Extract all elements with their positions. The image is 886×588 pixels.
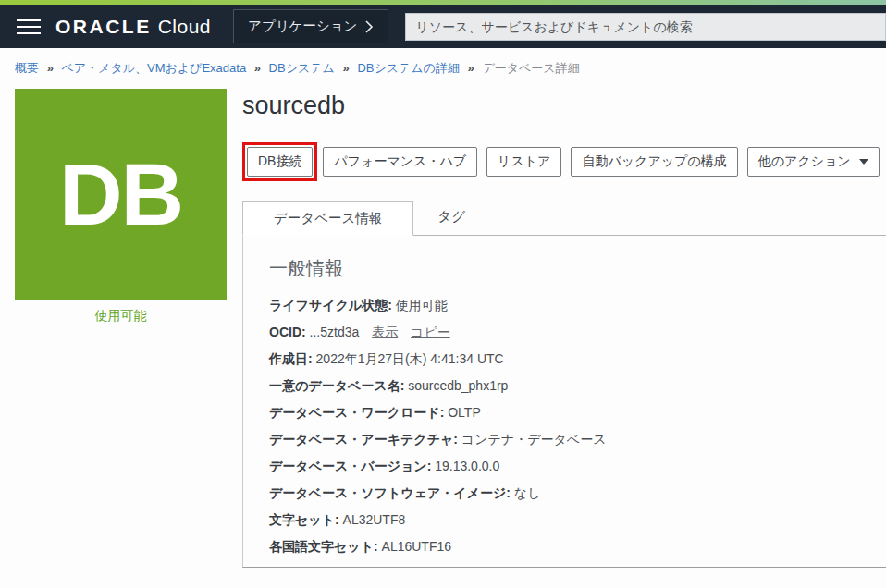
applications-button[interactable]: アプリケーション [233, 9, 388, 43]
breadcrumb-separator: » [343, 61, 350, 75]
hamburger-menu-icon[interactable] [17, 15, 41, 39]
info-label: データベース・ソフトウェア・イメージ: [269, 485, 511, 500]
breadcrumb-link-db-systems[interactable]: DBシステム [269, 61, 335, 75]
ocid-show-link[interactable]: 表示 [372, 325, 398, 339]
db-connection-button[interactable]: DB接続 [247, 147, 313, 177]
info-label: OCID: [269, 325, 306, 339]
info-value: コンテナ・データベース [461, 432, 607, 447]
configure-auto-backup-button[interactable]: 自動バックアップの構成 [571, 147, 737, 177]
info-label: 各国語文字セット: [269, 539, 378, 554]
tab-bar: データベース情報 タグ [242, 201, 886, 236]
more-actions-button[interactable]: 他のアクション [747, 147, 880, 177]
info-label: 文字セット: [269, 512, 339, 527]
info-value: OLTP [448, 405, 481, 420]
action-buttons-row: DB接続 パフォーマンス・ハブ リストア 自動バックアップの構成 他のアクション [242, 142, 886, 181]
info-label: データベース・バージョン: [269, 459, 431, 473]
info-value: ...5ztd3a [310, 325, 360, 339]
info-value: AL16UTF16 [382, 539, 451, 554]
logo-oracle-text: ORACLE [55, 16, 152, 38]
info-value: なし [514, 485, 541, 500]
info-label: データベース・ワークロード: [269, 405, 444, 420]
database-info-panel: 一般情報 ライフサイクル状態: 使用可能 OCID: ...5ztd3a 表示 … [242, 236, 886, 568]
main-content: DB 使用可能 sourcedb DB接続 パフォーマンス・ハブ リストア 自動… [0, 77, 886, 568]
tab-tags[interactable]: タグ [413, 200, 489, 235]
breadcrumb-current: データベース詳細 [482, 61, 579, 75]
status-badge: 使用可能 [15, 308, 227, 325]
info-row-unique-db-name: 一意のデータベース名: sourcedb_phx1rp [269, 378, 886, 395]
info-value: 使用可能 [396, 298, 448, 312]
breadcrumb-separator: » [254, 61, 261, 75]
info-value: AL32UTF8 [343, 512, 406, 527]
general-info-heading: 一般情報 [269, 256, 886, 281]
info-label: データベース・アーキテクチャ: [269, 432, 458, 447]
breadcrumb-link-bare-metal[interactable]: ベア・メタル、VMおよびExadata [61, 61, 246, 75]
detail-column: sourcedb DB接続 パフォーマンス・ハブ リストア 自動バックアップの構… [242, 89, 886, 568]
resource-summary-column: DB 使用可能 [15, 89, 227, 568]
info-row-lifecycle-state: ライフサイクル状態: 使用可能 [269, 298, 886, 314]
info-row-national-character-set: 各国語文字セット: AL16UTF16 [269, 539, 886, 556]
search-input[interactable] [405, 13, 886, 41]
info-row-workload: データベース・ワークロード: OLTP [269, 405, 886, 422]
breadcrumb-separator: » [468, 61, 474, 75]
info-value: 19.13.0.0.0 [435, 459, 499, 473]
tab-database-info[interactable]: データベース情報 [242, 201, 413, 236]
top-navbar: ORACLE Cloud アプリケーション [0, 5, 886, 48]
restore-button[interactable]: リストア [486, 147, 561, 177]
breadcrumb: 概要 » ベア・メタル、VMおよびExadata » DBシステム » DBシス… [0, 48, 886, 77]
page-title: sourcedb [242, 91, 886, 120]
ocid-copy-link[interactable]: コピー [411, 325, 450, 339]
db-resource-tile: DB [15, 89, 227, 300]
logo-cloud-text: Cloud [158, 16, 211, 38]
oracle-cloud-logo[interactable]: ORACLE Cloud [55, 16, 211, 38]
info-label: 一意のデータベース名: [269, 378, 404, 393]
red-highlight-annotation: DB接続 [242, 142, 317, 181]
info-row-ocid: OCID: ...5ztd3a 表示 コピー [269, 325, 886, 341]
breadcrumb-separator: » [47, 61, 54, 75]
breadcrumb-link-overview[interactable]: 概要 [15, 61, 39, 75]
applications-button-label: アプリケーション [248, 18, 357, 35]
info-value: sourcedb_phx1rp [408, 378, 508, 393]
more-actions-label: 他のアクション [758, 153, 851, 170]
info-row-created-date: 作成日: 2022年1月27日(木) 4:41:34 UTC [269, 351, 886, 368]
info-row-architecture: データベース・アーキテクチャ: コンテナ・データベース [269, 432, 886, 448]
search-bar [405, 13, 886, 41]
breadcrumb-link-db-system-details[interactable]: DBシステムの詳細 [357, 61, 460, 75]
chevron-down-icon [859, 159, 868, 165]
db-tile-label: DB [59, 151, 182, 239]
performance-hub-button[interactable]: パフォーマンス・ハブ [323, 147, 477, 177]
chevron-right-icon [365, 20, 374, 33]
info-label: ライフサイクル状態: [269, 298, 392, 312]
info-label: 作成日: [269, 351, 313, 366]
info-value: 2022年1月27日(木) 4:41:34 UTC [316, 351, 504, 366]
info-row-software-image: データベース・ソフトウェア・イメージ: なし [269, 485, 886, 502]
info-row-character-set: 文字セット: AL32UTF8 [269, 512, 886, 529]
info-row-db-version: データベース・バージョン: 19.13.0.0.0 [269, 459, 886, 475]
